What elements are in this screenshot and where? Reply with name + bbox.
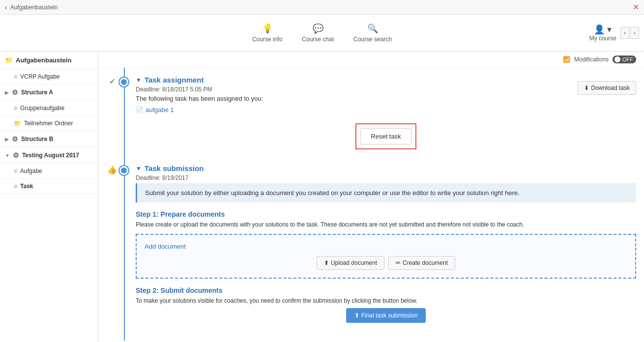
folder-icon: 📁 <box>14 120 21 127</box>
nav-label-course-search: Course search <box>353 36 392 43</box>
step1-description: Please create or upload the documents wi… <box>136 221 636 228</box>
edit-icon: ✏ <box>396 259 401 266</box>
back-arrow-icon[interactable]: ‹ <box>5 3 7 11</box>
my-course-label: My course <box>589 35 616 42</box>
my-course-button[interactable]: 👤 ▾ My course <box>589 24 616 42</box>
close-button[interactable]: ✕ <box>633 2 639 12</box>
top-bar: ‹ Aufgabenbaustein ✕ <box>0 0 644 15</box>
nav-item-course-chat[interactable]: 💬 Course chat <box>302 23 334 43</box>
nav-right: 👤 ▾ My course ‹ › <box>589 24 639 42</box>
list-icon: ≡ <box>14 183 17 190</box>
task-submission-title[interactable]: ▼ Task submission <box>136 164 636 172</box>
check-status: ✔ <box>106 77 118 86</box>
task-assignment-item: ✔ ▼ Task assignment Deadline: 8/18/2017 … <box>106 76 636 154</box>
nav-bar: 💡 Course info 💬 Course chat 🔍 Course sea… <box>0 15 644 52</box>
nav-item-course-search[interactable]: 🔍 Course search <box>353 23 392 43</box>
sidebar-label-gruppenaufgabe: Gruppenaufgabe <box>20 105 64 112</box>
chevron-right-icon: ▶ <box>5 137 9 142</box>
final-btn-area: ⬆ Final task submission <box>136 308 636 323</box>
add-document-box: Add document ⬆ Upload document ✏ Create … <box>136 234 636 279</box>
task-assignment-link[interactable]: 📄 aufgabe 1 <box>136 106 636 114</box>
upload-icon: ⬆ <box>324 259 329 266</box>
sidebar: 📁 Aufgabenbaustein ≡ VCRP Aufgabe ▶ ⚙ St… <box>0 52 98 342</box>
sidebar-label-aufgabe: Aufgabe <box>20 168 42 174</box>
sidebar-label-vcrp-aufgabe: VCRP Aufgabe <box>20 73 60 80</box>
sidebar-label-structure-b: Structure B <box>21 136 53 142</box>
reset-task-button[interactable]: Reset task <box>360 128 411 144</box>
sidebar-item-structure-b[interactable]: ▶ ⚙ Structure B <box>0 131 98 147</box>
thumb-status: 👍 <box>106 165 118 174</box>
main-layout: 📁 Aufgabenbaustein ≡ VCRP Aufgabe ▶ ⚙ St… <box>0 52 644 342</box>
timeline-dot-submission <box>118 166 130 175</box>
create-document-button[interactable]: ✏ Create document <box>388 256 455 270</box>
nav-prev-button[interactable]: ‹ <box>620 27 629 39</box>
breadcrumb-label: Aufgabenbaustein <box>10 4 58 11</box>
sidebar-label-structure-a: Structure A <box>21 89 53 96</box>
sidebar-item-testing-august[interactable]: ▼ ⚙ Testing August 2017 <box>0 147 98 164</box>
sidebar-label-task: Task <box>20 183 33 190</box>
nav-label-course-chat: Course chat <box>302 36 334 43</box>
nav-item-course-info[interactable]: 💡 Course info <box>252 23 282 43</box>
upload-document-button[interactable]: ⬆ Upload document <box>317 256 384 270</box>
chevron-down-icon: ▼ <box>136 77 142 84</box>
file-icon: 📄 <box>136 106 144 114</box>
modifications-label: Modifications <box>574 56 609 63</box>
sidebar-item-teilnehmer-ordner[interactable]: 📁 Teilnehmer Ordner <box>0 116 98 131</box>
sidebar-item-structure-a[interactable]: ▶ ⚙ Structure A <box>0 85 98 101</box>
breadcrumb: ‹ Aufgabenbaustein <box>5 3 58 11</box>
chat-icon: 💬 <box>313 23 323 34</box>
sidebar-item-aufgabe[interactable]: ≡ Aufgabe <box>0 164 98 179</box>
timeline: ✔ ▼ Task assignment Deadline: 8/18/2017 … <box>98 68 644 341</box>
toggle-dot <box>615 57 620 62</box>
task-assignment-deadline: Deadline: 8/18/2017 5:05 PM <box>136 86 636 93</box>
content-area: 📶 Modifications OFF ⬇ Download task ✔ <box>98 52 644 342</box>
group-icon: ⚙ <box>12 88 18 96</box>
step1-title: Step 1: Prepare documents <box>136 210 636 218</box>
submit-icon: ⬆ <box>354 312 359 319</box>
checkmark-icon: ✔ <box>109 77 116 86</box>
toggle-label: OFF <box>622 57 633 62</box>
nav-label-course-info: Course info <box>252 36 282 43</box>
chevron-down-icon: ▼ <box>136 165 142 172</box>
chevron-down-icon: ▼ <box>5 153 10 158</box>
sidebar-label-teilnehmer-ordner: Teilnehmer Ordner <box>24 120 73 127</box>
chevron-right-icon: ▶ <box>5 90 9 95</box>
modifications-bar: 📶 Modifications OFF <box>98 52 644 68</box>
sidebar-label-testing-august: Testing August 2017 <box>22 152 79 159</box>
sidebar-item-gruppenaufgabe[interactable]: ≡ Gruppenaufgabe <box>0 101 98 116</box>
submission-info-box: Submit your solution by either uploading… <box>136 183 636 202</box>
add-document-label: Add document <box>145 243 627 250</box>
group-icon: ⚙ <box>13 151 19 159</box>
sidebar-title: Aufgabenbaustein <box>16 57 71 64</box>
task-assignment-title[interactable]: ▼ Task assignment <box>136 76 636 84</box>
final-submission-button[interactable]: ⬆ Final task submission <box>346 308 426 323</box>
step2-section: Step 2: Submit documents To make your so… <box>136 286 636 323</box>
task-assignment-content: ▼ Task assignment Deadline: 8/18/2017 5:… <box>136 76 636 154</box>
list-icon: ≡ <box>14 73 17 80</box>
task-assignment-description: The following task has been assigned to … <box>136 95 636 102</box>
sidebar-item-task[interactable]: ≡ Task <box>0 179 98 194</box>
modifications-icon: 📶 <box>563 56 570 63</box>
sidebar-header: 📁 Aufgabenbaustein <box>0 52 98 69</box>
task-submission-content: ▼ Task submission Deadline: 8/19/2017 Su… <box>136 164 636 323</box>
dot <box>119 166 128 175</box>
nav-arrows: ‹ › <box>620 27 639 39</box>
modifications-toggle[interactable]: OFF <box>613 56 636 63</box>
task-submission-deadline: Deadline: 8/19/2017 <box>136 174 636 181</box>
step2-title: Step 2: Submit documents <box>136 286 636 294</box>
reset-task-highlight: Reset task <box>355 123 416 149</box>
nav-next-button[interactable]: › <box>630 27 639 39</box>
search-icon: 🔍 <box>367 23 378 34</box>
group-icon: ⚙ <box>12 135 18 143</box>
thumbup-icon: 👍 <box>107 165 117 174</box>
list-icon: ≡ <box>14 168 17 174</box>
dot <box>119 78 128 86</box>
timeline-dot-assignment <box>118 78 130 86</box>
list-icon: ≡ <box>14 105 17 112</box>
task-submission-item: 👍 ▼ Task submission Deadline: 8/19/2017 … <box>106 164 636 323</box>
sidebar-folder-icon: 📁 <box>5 57 13 64</box>
sidebar-item-vcrp-aufgabe[interactable]: ≡ VCRP Aufgabe <box>0 69 98 85</box>
step2-description: To make your solutions visible for coach… <box>136 297 636 304</box>
lightbulb-icon: 💡 <box>262 23 273 34</box>
nav-items: 💡 Course info 💬 Course chat 🔍 Course sea… <box>252 23 392 43</box>
